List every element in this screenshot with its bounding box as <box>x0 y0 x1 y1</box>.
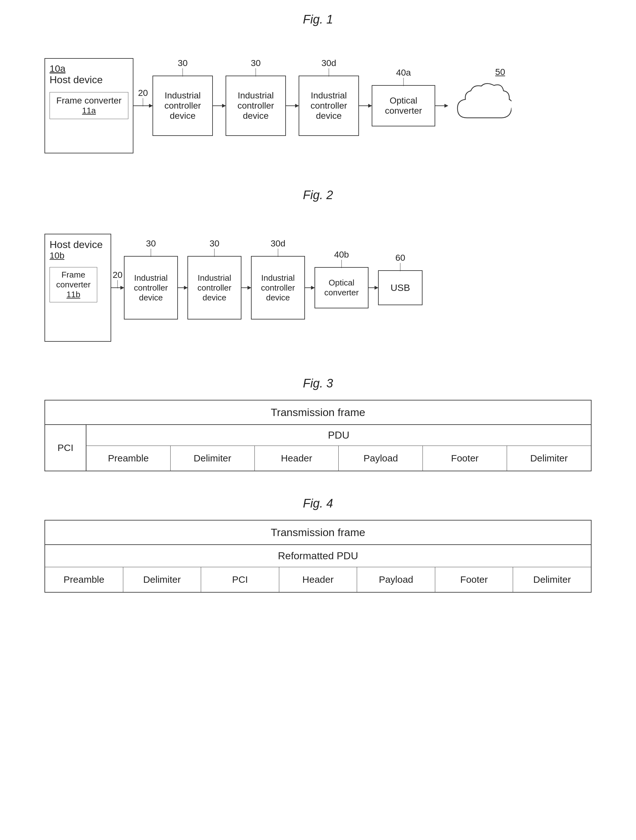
fig1-arrow-1 <box>133 106 152 106</box>
fig1-controller-3: Industrialcontrollerdevice <box>299 76 359 136</box>
fig1-host-box: 10a Host device Frame converter 11a <box>44 58 133 153</box>
fig2-arrow-2 <box>178 287 187 288</box>
fig4-cells: Preamble Delimiter PCI Header Payload Fo… <box>45 567 591 592</box>
fig3-outer-label: Transmission frame <box>45 401 591 425</box>
fig2-optical-label: 40b <box>334 249 349 260</box>
fig1-flex: 10a Host device Frame converter 11a 20 <box>44 58 592 153</box>
fig4-table: Transmission frame Reformatted PDU Pream… <box>44 520 592 593</box>
fig1-label-20: 20 <box>138 88 148 98</box>
fig1-diagram: 10a Host device Frame converter 11a 20 <box>25 36 611 163</box>
fig2-optical-box: Opticalconverter <box>315 267 369 308</box>
fig2-ctrl3-label: 30d <box>271 238 286 249</box>
fig2-ctrl2-label: 30 <box>209 238 219 249</box>
fig1-arrow-2 <box>213 106 226 106</box>
fig4-title: Fig. 4 <box>25 497 611 510</box>
fig1-section: Fig. 1 10a Host device Frame converter 1… <box>25 13 611 163</box>
fig2-controller-2: Industrialcontrollerdevice <box>187 256 241 319</box>
fig2-usb-box: USB <box>378 270 422 305</box>
fig1-frame-converter-label: Frame converter <box>53 96 125 106</box>
fig1-frame-converter-id: 11a <box>53 106 125 115</box>
fig1-network: 50 <box>448 80 511 132</box>
fig2-frame-label: Frame converter <box>52 270 94 290</box>
fig2-controller-3: Industrialcontrollerdevice <box>251 256 305 319</box>
fig4-cell-pci: PCI <box>201 567 279 592</box>
fig1-arrow-5 <box>435 106 448 106</box>
fig3-pdu-cells: Preamble Delimiter Header Payload Footer… <box>86 446 591 471</box>
fig3-body: PCI PDU Preamble Delimiter Header Payloa… <box>45 425 591 471</box>
fig3-section: Fig. 3 Transmission frame PCI PDU Preamb… <box>25 377 611 471</box>
fig2-title: Fig. 2 <box>25 188 611 202</box>
fig3-title: Fig. 3 <box>25 377 611 390</box>
fig1-controller-2: Industrialcontrollerdevice <box>226 76 286 136</box>
fig3-table: Transmission frame PCI PDU Preamble Deli… <box>44 400 592 471</box>
fig1-optical-box: Opticalconverter <box>372 85 435 126</box>
fig1-host-label: Host device <box>49 74 128 86</box>
fig3-cell-preamble: Preamble <box>86 446 171 471</box>
fig1-network-id: 50 <box>495 67 505 77</box>
fig3-pdu-section: PDU Preamble Delimiter Header Payload Fo… <box>86 425 591 471</box>
fig1-host-id: 10a <box>49 63 128 74</box>
fig2-arrow-1 <box>111 287 124 288</box>
fig3-cell-payload: Payload <box>339 446 423 471</box>
fig1-optical-label: 40a <box>396 68 411 78</box>
fig1-title: Fig. 1 <box>25 13 611 26</box>
fig4-cell-footer: Footer <box>435 567 513 592</box>
fig1-cloud-svg <box>448 80 511 131</box>
fig2-usb-text: USB <box>391 282 410 293</box>
fig2-host-id: 10b <box>49 251 106 261</box>
fig1-ctrl2-label: 30 <box>251 58 261 68</box>
fig4-cell-delimiter2: Delimiter <box>513 567 591 592</box>
fig3-cell-delimiter2: Delimiter <box>507 446 591 471</box>
fig4-section: Fig. 4 Transmission frame Reformatted PD… <box>25 497 611 593</box>
fig4-inner-label: Reformatted PDU <box>45 545 591 567</box>
fig2-controller-1: Industrialcontrollerdevice <box>124 256 178 319</box>
fig1-controller-1: Industrialcontrollerdevice <box>152 76 213 136</box>
fig4-cell-payload: Payload <box>357 567 435 592</box>
fig2-section: Fig. 2 Host device 10b Frame converter 1… <box>25 188 611 351</box>
fig1-frame-converter-box: Frame converter 11a <box>49 92 128 119</box>
fig3-cell-footer: Footer <box>423 446 507 471</box>
fig1-ctrl3-label: 30d <box>321 58 336 68</box>
fig3-cell-delimiter1: Delimiter <box>171 446 255 471</box>
fig2-arrow-5 <box>369 287 378 288</box>
fig1-arrow-4 <box>359 106 372 106</box>
fig4-cell-preamble: Preamble <box>45 567 123 592</box>
fig4-cell-delimiter1: Delimiter <box>123 567 201 592</box>
fig2-frame-id: 11b <box>52 290 94 300</box>
fig2-host-box: Host device 10b Frame converter 11b <box>44 234 111 342</box>
fig3-cell-header: Header <box>255 446 339 471</box>
fig2-frame-converter-box: Frame converter 11b <box>49 267 97 302</box>
fig3-pci-cell: PCI <box>45 425 86 471</box>
fig2-flex: Host device 10b Frame converter 11b 20 3… <box>44 234 592 342</box>
fig4-cell-header: Header <box>279 567 358 592</box>
fig2-arrow-4 <box>305 287 315 288</box>
fig2-ctrl1-label: 30 <box>146 238 156 249</box>
fig2-arrow-3 <box>241 287 251 288</box>
fig2-label-20: 20 <box>112 270 122 280</box>
fig2-diagram: Host device 10b Frame converter 11b 20 3… <box>25 212 611 351</box>
fig4-outer-label: Transmission frame <box>45 521 591 545</box>
fig1-ctrl1-label: 30 <box>177 58 187 68</box>
fig3-pdu-label: PDU <box>86 425 591 446</box>
fig2-host-label: Host device <box>49 239 106 251</box>
fig1-arrow-3 <box>286 106 299 106</box>
fig2-usb-label: 60 <box>395 253 405 263</box>
